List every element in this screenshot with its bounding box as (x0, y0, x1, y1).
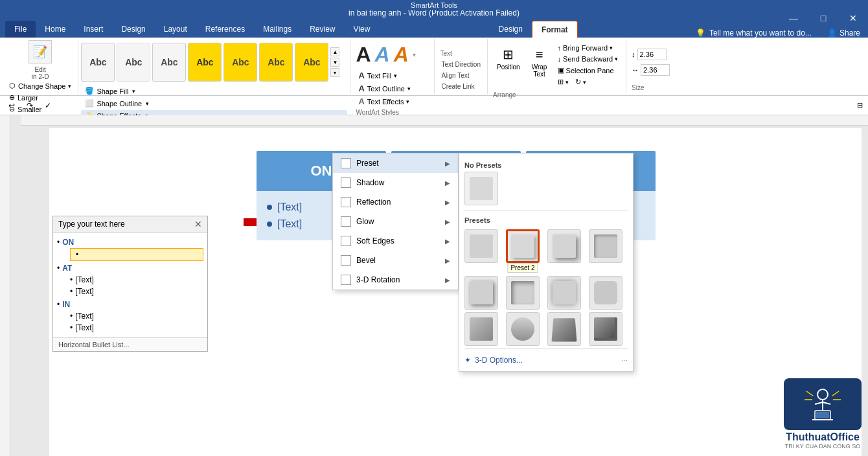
preset-cell-6[interactable] (506, 276, 540, 310)
preset-cell-3[interactable] (547, 229, 581, 263)
watermark-brand: ThuthuatOffice (786, 431, 860, 443)
selection-pane-button[interactable]: ▣ Selection Pane (555, 65, 621, 76)
swatch-scroll-up[interactable]: ▲ (330, 47, 339, 56)
watermark: ThuthuatOffice TRI KY CUA DAN CONG SO (784, 378, 862, 450)
text-fill-button[interactable]: A Text Fill ▾ (356, 69, 429, 82)
height-input-row: ↕ (632, 49, 670, 60)
wordart-sample-1[interactable]: A (356, 43, 371, 67)
wordart-sample-2[interactable]: A (375, 43, 390, 67)
wordart-sample-3[interactable]: A (394, 43, 409, 67)
smaller-icon: ⊖ (9, 105, 15, 113)
swatch-2[interactable]: Abc (117, 43, 150, 82)
smaller-button[interactable]: ⊖ Smaller (6, 104, 74, 115)
swatch-6[interactable]: Abc (259, 43, 293, 82)
tab-view[interactable]: View (345, 21, 380, 38)
send-backward-button[interactable]: ↓ Send Backward ▾ (555, 54, 621, 64)
text-panel-close-button[interactable]: ✕ (194, 219, 202, 229)
swatch-5[interactable]: Abc (223, 43, 257, 82)
presets-title: Presets (464, 214, 628, 227)
preset-cell-3d-1[interactable] (464, 312, 498, 346)
edit-in-2d-button[interactable]: 📝 (29, 40, 52, 63)
wordart-scroll[interactable]: ▾ (413, 51, 416, 58)
preset-checkbox (341, 158, 351, 168)
tab-file[interactable]: File (5, 21, 36, 38)
tab-smartart-design[interactable]: Design (490, 21, 532, 38)
window-controls[interactable]: — □ ✕ (779, 9, 868, 27)
dropdown-item-reflection[interactable]: Reflection ▶ (333, 192, 458, 212)
height-input[interactable] (637, 49, 667, 60)
tab-mailings[interactable]: Mailings (254, 21, 301, 38)
no-preset-cell[interactable] (464, 172, 498, 205)
preset-cell-2[interactable]: Preset 2 (506, 229, 540, 263)
bullet-icon (267, 205, 272, 210)
shapes-group: 📝 Editin 2-D ⬡ Change Shape ▾ ⊕ Larger ⊖… (3, 39, 78, 94)
preset-cell-1[interactable] (464, 229, 498, 263)
preset-inner-6 (511, 281, 534, 304)
rotate-button[interactable]: ↻▾ (573, 76, 589, 87)
larger-button[interactable]: ⊕ Larger (6, 92, 74, 103)
dropdown-item-shadow[interactable]: Shadow ▶ (333, 173, 458, 192)
change-shape-button[interactable]: ⬡ Change Shape ▾ (6, 80, 74, 91)
minimize-button[interactable]: — (779, 9, 808, 27)
expand-button[interactable]: ⊟ (857, 101, 863, 109)
tab-layout[interactable]: Layout (155, 21, 196, 38)
tab-review[interactable]: Review (301, 21, 344, 38)
tab-references[interactable]: References (196, 21, 254, 38)
tab-design[interactable]: Design (112, 21, 154, 38)
tab-home[interactable]: Home (36, 21, 74, 38)
dropdown-item-3d-rotation[interactable]: 3-D Rotation ▶ (333, 270, 458, 290)
preset-cell-3d-3[interactable] (547, 312, 581, 346)
text-effects-button[interactable]: A Text Effects ▾ (356, 95, 429, 108)
preset-cell-7[interactable] (547, 276, 581, 310)
swatch-scroll-down[interactable]: ▼ (330, 58, 339, 67)
text-group-label: Text (440, 49, 482, 57)
swatch-scroll-more[interactable]: ▾ (330, 68, 339, 77)
tell-me-button[interactable]: 💡 Tell me what you want to do... (688, 28, 819, 38)
preset-cell-3d-4[interactable] (589, 312, 622, 346)
soft-edges-arrow-icon: ▶ (445, 238, 450, 245)
dropdown-item-glow[interactable]: Glow ▶ (333, 212, 458, 231)
bring-forward-button[interactable]: ↑ Bring Forward ▾ (555, 43, 621, 53)
watermark-logo (784, 378, 862, 430)
bullet-icon: • (57, 300, 60, 309)
width-input[interactable] (641, 64, 670, 76)
preset-cell-8[interactable] (589, 276, 622, 310)
preset-cell-4[interactable] (589, 229, 622, 263)
text-panel-title: Type your text here (58, 220, 125, 229)
preset-cell-5[interactable] (464, 276, 498, 310)
preset-cell-3d-2[interactable] (506, 312, 540, 346)
dropdown-item-soft-edges[interactable]: Soft Edges ▶ (333, 231, 458, 251)
text-panel-item-at: • AT (57, 262, 203, 274)
no-presets-cell-container (464, 172, 628, 205)
text-panel-item-empty[interactable]: • (70, 248, 203, 261)
larger-icon: ⊕ (9, 93, 15, 102)
dropdown-item-preset[interactable]: Preset ▶ (333, 154, 458, 173)
swatch-3[interactable]: Abc (152, 43, 186, 82)
close-button[interactable]: ✕ (838, 9, 868, 27)
swatch-7[interactable]: Abc (295, 43, 328, 82)
shape-fill-button[interactable]: 🪣 Shape Fill ▾ (81, 86, 347, 97)
swatch-scroll-buttons: ▲ ▼ ▾ (330, 47, 339, 77)
watermark-illustration (803, 388, 842, 420)
shape-styles-group: Abc Abc Abc Abc Abc Abc Abc ▲ ▼ ▾ 🪣 Shap… (78, 39, 350, 94)
sub-bullet-icon: • (70, 323, 73, 332)
presets-panel: No Presets Presets Preset 2 (459, 153, 634, 372)
align-button[interactable]: ⊞▾ (555, 76, 571, 87)
text-outline-button[interactable]: A Text Outline ▾ (356, 82, 429, 95)
3d-options-button[interactable]: ✦ 3-D Options... ··· (464, 352, 628, 366)
swatch-1[interactable]: Abc (81, 43, 115, 82)
dropdown-item-bevel[interactable]: Bevel ▶ (333, 251, 458, 270)
swatch-4[interactable]: Abc (188, 43, 222, 82)
sub-bullet-icon: • (70, 287, 73, 296)
tab-format[interactable]: Format (532, 21, 578, 38)
wrap-text-button[interactable]: ≡ Wrap Text (527, 43, 553, 80)
bullet-icon: • (57, 264, 60, 273)
chevron-down-icon: ▾ (68, 83, 71, 89)
arrange-group: ⊞ Position ≡ Wrap Text ↑ Bring Forward ▾… (488, 39, 626, 94)
share-button[interactable]: 👤 Share (819, 28, 868, 38)
position-button[interactable]: ⊞ Position (493, 43, 524, 73)
shape-outline-button[interactable]: ⬜ Shape Outline ▾ (81, 98, 347, 109)
maximize-button[interactable]: □ (808, 9, 838, 27)
tab-insert[interactable]: Insert (74, 21, 112, 38)
sub-bullet-icon: • (70, 275, 73, 284)
